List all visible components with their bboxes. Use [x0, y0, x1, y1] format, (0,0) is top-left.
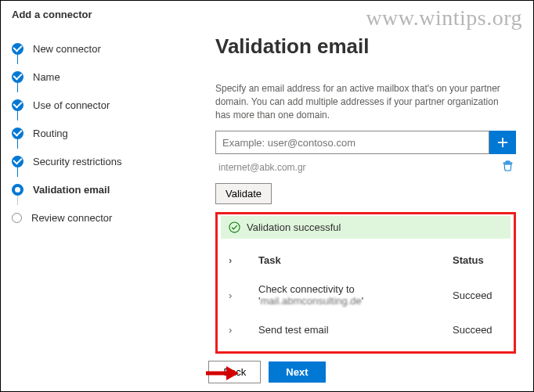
check-icon	[12, 43, 23, 55]
page-title: Validation email	[215, 34, 516, 59]
panel-title: Add a connector	[12, 9, 92, 20]
check-icon	[12, 71, 23, 83]
column-status: Status	[446, 246, 509, 274]
status-cell: Succeed	[446, 316, 509, 343]
next-button[interactable]: Next	[269, 361, 325, 383]
success-check-icon	[229, 221, 240, 233]
plus-icon	[497, 137, 508, 148]
step-label: Routing	[33, 128, 68, 139]
check-icon	[12, 156, 23, 167]
validation-task-table: › Task Status › Check connectivity to 'm…	[221, 245, 511, 345]
check-icon	[12, 128, 23, 139]
step-label: Review connector	[31, 212, 112, 224]
chevron-right-icon[interactable]: ›	[229, 254, 244, 266]
success-banner: Validation successful	[221, 216, 511, 239]
status-cell: Succeed	[446, 275, 509, 315]
step-review-connector[interactable]: Review connector	[12, 203, 168, 232]
step-label: Security restrictions	[33, 156, 121, 167]
wizard-steps: New connector Name Use of connector Rout…	[12, 27, 168, 340]
validation-results-highlight: Validation successful › Task Status › Ch…	[215, 212, 516, 354]
chevron-right-icon[interactable]: ›	[229, 324, 244, 336]
added-email-text: internet@abk.com.gr	[218, 162, 306, 173]
task-cell: Check connectivity to 'mail.abmconsultin…	[252, 275, 445, 315]
step-routing[interactable]: Routing	[12, 119, 168, 147]
step-label: Name	[33, 71, 60, 83]
step-security-restrictions[interactable]: Security restrictions	[12, 147, 168, 175]
table-row: › Check connectivity to 'mail.abmconsult…	[222, 275, 509, 315]
annotation-arrow	[204, 365, 239, 384]
current-step-icon	[12, 184, 23, 196]
step-label: Use of connector	[33, 99, 110, 111]
step-label: New connector	[33, 43, 101, 55]
wizard-footer: Back Next	[1, 361, 533, 383]
add-button[interactable]	[489, 131, 516, 154]
email-input[interactable]	[215, 131, 489, 154]
svg-point-0	[229, 222, 240, 232]
validate-button[interactable]: Validate	[215, 183, 272, 204]
delete-email-button[interactable]	[503, 160, 513, 174]
step-validation-email[interactable]: Validation email	[12, 175, 168, 203]
watermark-text: www.wintips.org	[366, 5, 522, 31]
step-label: Validation email	[33, 184, 110, 196]
step-name[interactable]: Name	[12, 63, 168, 91]
task-cell: Send test email	[252, 316, 445, 343]
step-new-connector[interactable]: New connector	[12, 34, 168, 63]
step-use-of-connector[interactable]: Use of connector	[12, 91, 168, 119]
chevron-right-icon[interactable]: ›	[229, 290, 244, 301]
added-email-row: internet@abk.com.gr	[215, 159, 516, 175]
svg-marker-2	[226, 366, 239, 380]
pending-step-icon	[12, 213, 22, 223]
trash-icon	[503, 160, 513, 171]
column-task: Task	[252, 246, 445, 274]
main-panel: Validation email Specify an email addres…	[168, 27, 522, 340]
page-description: Specify an email address for an active m…	[215, 82, 516, 121]
check-icon	[12, 99, 23, 111]
success-message: Validation successful	[247, 221, 341, 233]
table-row: › Send test email Succeed	[222, 316, 509, 343]
